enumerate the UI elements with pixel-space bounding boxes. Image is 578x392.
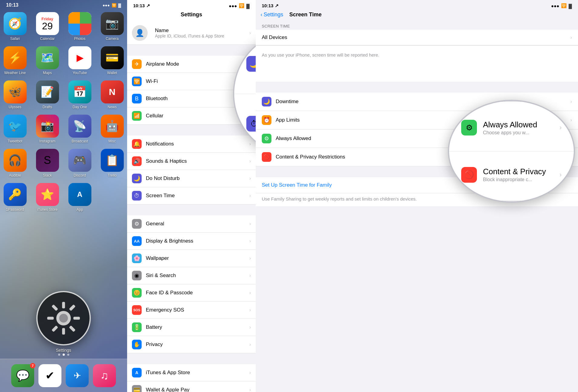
- app-broadcast[interactable]: 📡 Broadcast: [67, 115, 93, 143]
- faceid-label: Face ID & Passcode: [146, 290, 249, 296]
- settings-label: Settings: [36, 348, 91, 353]
- settings-row-screentime[interactable]: ⏱ Screen Time ›: [127, 187, 256, 204]
- app-trello[interactable]: 📋 Trello: [99, 149, 125, 178]
- settings-signal-icon: ●●●: [229, 3, 237, 8]
- dock-reminders[interactable]: ✔: [38, 364, 61, 387]
- slack-label: Slack: [43, 173, 52, 178]
- settings-row-dnd[interactable]: 🌙 Do Not Disturb ›: [127, 170, 256, 187]
- zoom-aa-chevron: ›: [560, 124, 562, 132]
- tweetbot-label: Tweetbot: [8, 139, 22, 143]
- app-news[interactable]: N News: [99, 80, 125, 109]
- 1password-label: 1Password: [6, 207, 24, 212]
- privacy-chevron: ›: [249, 342, 251, 347]
- settings-row-general[interactable]: ⚙ General ›: [127, 215, 256, 233]
- settings-divider-2: [127, 125, 256, 136]
- dnd-chevron: ›: [249, 176, 251, 181]
- downtime-chevron: ›: [570, 99, 572, 104]
- svg-rect-3: [62, 328, 65, 335]
- app-safari[interactable]: 🧭 Safari: [2, 12, 28, 41]
- screentime-all-devices[interactable]: All Devices ›: [256, 30, 578, 45]
- dock-music[interactable]: ♫: [93, 364, 116, 387]
- camera-label: Camera: [106, 37, 119, 41]
- settings-row-privacy[interactable]: ✋ Privacy ›: [127, 336, 256, 353]
- display-chevron: ›: [249, 238, 251, 244]
- settings-row-profile[interactable]: 👤 Name Apple ID, iCloud, iTunes & App St…: [127, 21, 256, 45]
- news-icon: N: [101, 80, 124, 103]
- settings-row-sounds[interactable]: 🔊 Sounds & Haptics ›: [127, 153, 256, 170]
- zoom-aa-sub: Choose apps you w...: [483, 130, 537, 136]
- wallet-label: Wallet: [107, 71, 117, 75]
- settings-row-airplane[interactable]: ✈ Airplane Mode ›: [127, 56, 256, 73]
- general-label: General: [146, 221, 249, 227]
- app-youtube[interactable]: ▶ YouTube: [67, 46, 93, 75]
- broadcast-icon: 📡: [68, 115, 91, 138]
- instagram-label: Instagram: [39, 139, 55, 143]
- back-button[interactable]: ‹ Settings: [261, 11, 283, 18]
- itunes-settings-label: iTunes & App Store: [146, 370, 249, 376]
- svg-rect-9: [69, 325, 76, 332]
- home-status-icons: ●●● 🛜 ▓: [103, 3, 121, 8]
- airplane-icon: ✈: [132, 59, 142, 69]
- instagram-icon: 📸: [36, 115, 59, 138]
- settings-circle[interactable]: Settings: [36, 291, 91, 353]
- app-ulysses[interactable]: 🦋 Ulysses: [2, 80, 28, 109]
- app-instagram[interactable]: 📸 Instagram: [34, 115, 60, 143]
- settings-row-itunes[interactable]: A iTunes & App Store ›: [127, 364, 256, 381]
- settings-divider-3: [127, 204, 256, 215]
- appstore-icon: A: [68, 183, 91, 206]
- app-1password[interactable]: 🔑 1Password: [2, 183, 28, 212]
- app-weather[interactable]: ⚡ Weather Line: [2, 46, 28, 75]
- settings-row-display[interactable]: AA Display & Brightness ›: [127, 233, 256, 250]
- battery-icon: ▓: [118, 3, 121, 8]
- settings-row-wallpaper[interactable]: 🌸 Wallpaper ›: [127, 250, 256, 267]
- trello-label: Trello: [108, 173, 117, 178]
- settings-time: 10:13 ↗: [133, 3, 150, 8]
- trello-icon: 📋: [101, 149, 124, 172]
- zoom-cp-chevron: ›: [560, 171, 562, 179]
- home-status-bar: 10:13 ●●● 🛜 ▓: [0, 0, 127, 9]
- settings-row-siri[interactable]: ◉ Siri & Search ›: [127, 267, 256, 284]
- itunes-label: iTunes Store: [37, 207, 58, 212]
- app-slack[interactable]: S Slack: [34, 149, 60, 178]
- app-audible[interactable]: 🎧 Audible: [2, 149, 28, 178]
- app-wallet[interactable]: 💳 Wallet: [99, 46, 125, 75]
- privacy-icon: ✋: [132, 340, 142, 349]
- dock-messages[interactable]: 💬 7: [11, 364, 34, 387]
- app-maps[interactable]: 🗺️ Maps: [34, 46, 60, 75]
- app-appstore[interactable]: A App: [67, 183, 93, 212]
- wallet-chevron: ›: [249, 387, 251, 392]
- profile-icon: 👤: [132, 25, 148, 41]
- safari-icon: 🧭: [4, 12, 27, 35]
- dock-mail[interactable]: ✈: [66, 364, 89, 387]
- settings-status-icons: ●●● 🛜 ▓: [229, 3, 250, 8]
- page-dots: [0, 354, 127, 356]
- wallet-settings-label: Wallet & Apple Pay: [146, 387, 249, 392]
- app-misc[interactable]: 🤖 Misc: [99, 115, 125, 143]
- notifications-icon: 🔔: [132, 139, 142, 149]
- calendar-day-num: 29: [42, 21, 53, 31]
- app-dayone[interactable]: 📅 Day One: [67, 80, 93, 109]
- app-photos[interactable]: Photos: [67, 12, 93, 41]
- home-screen-panel: 10:13 ●●● 🛜 ▓ 🧭 Safari Friday 29 Calenda…: [0, 0, 127, 392]
- settings-row-emergency[interactable]: SOS Emergency SOS ›: [127, 302, 256, 319]
- app-calendar[interactable]: Friday 29 Calendar: [34, 12, 60, 41]
- app-discord[interactable]: 🎮 Discord: [67, 149, 93, 178]
- app-drafts[interactable]: 📝 Drafts: [34, 80, 60, 109]
- settings-title: Settings: [127, 10, 256, 21]
- faceid-icon: 😊: [132, 288, 142, 298]
- audible-icon: 🎧: [4, 149, 27, 172]
- battery-settings-icon: 🔋: [132, 322, 142, 332]
- settings-row-battery[interactable]: 🔋 Battery ›: [127, 319, 256, 336]
- all-devices-label: All Devices: [262, 34, 570, 41]
- settings-row-notifications[interactable]: 🔔 Notifications ›: [127, 136, 256, 153]
- battery-label: Battery: [146, 324, 249, 330]
- app-tweetbot[interactable]: 🐦 Tweetbot: [2, 115, 28, 143]
- settings-row-wallet[interactable]: 💳 Wallet & Apple Pay ›: [127, 381, 256, 392]
- itunes-settings-icon: A: [132, 368, 142, 377]
- ulysses-icon: 🦋: [4, 80, 27, 103]
- app-itunes-store[interactable]: ⭐ iTunes Store: [34, 183, 60, 212]
- app-camera[interactable]: 📷 Camera: [99, 12, 125, 41]
- settings-row-faceid[interactable]: 😊 Face ID & Passcode ›: [127, 284, 256, 302]
- settings-wifi-icon: 🛜: [239, 3, 245, 8]
- slack-icon: S: [36, 149, 59, 172]
